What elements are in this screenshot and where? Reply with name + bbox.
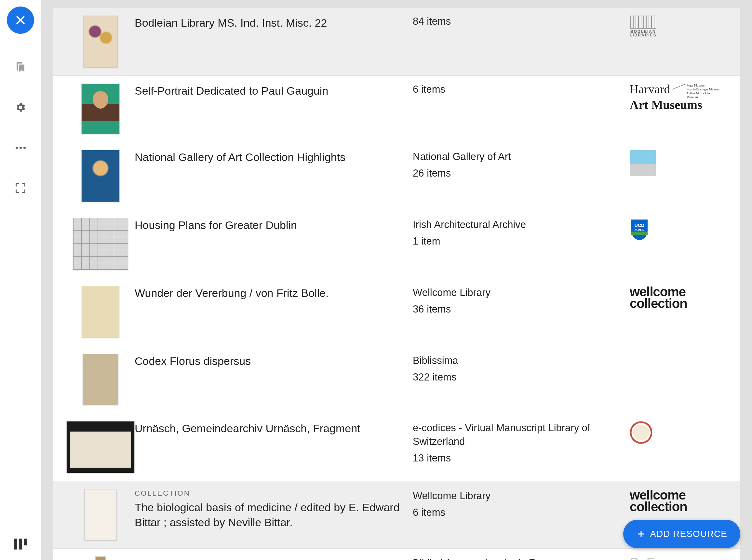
main-content: Bodleian Library MS. Ind. Inst. Misc. 22… <box>42 0 752 560</box>
institution-logo: HarvardFogg MuseumBusch-Reisinger Museum… <box>630 84 721 110</box>
resource-count: 26 items <box>413 167 617 179</box>
resource-row[interactable]: Housing Plans for Greater Dublin Irish A… <box>53 210 740 278</box>
close-icon <box>14 14 27 27</box>
thumb-container <box>66 354 135 405</box>
meta-column: 6 items <box>413 84 630 95</box>
resource-source: National Gallery of Art <box>413 150 617 164</box>
svg-text:UCD: UCD <box>635 223 644 228</box>
meta-column: 84 items <box>413 16 630 27</box>
resource-thumbnail <box>81 84 120 134</box>
resource-thumbnail <box>66 421 135 473</box>
thumb-container <box>66 489 135 540</box>
resource-count: 1 item <box>413 236 617 247</box>
resource-count: 6 items <box>413 507 617 518</box>
resource-row[interactable]: Self-Portrait Dedicated to Paul Gauguin … <box>53 76 740 142</box>
title-column: Housing Plans for Greater Dublin <box>135 218 413 233</box>
resource-count: 36 items <box>413 303 617 315</box>
thumb-container <box>66 84 135 134</box>
meta-column: National Gallery of Art 26 items <box>413 150 630 179</box>
resource-title: The biological basis of medicine / edite… <box>135 500 400 530</box>
logo-column: BnF <box>630 556 727 560</box>
title-column: Codex Florus dispersus <box>135 354 413 369</box>
thumb-container <box>66 556 135 560</box>
more-horizontal-icon <box>16 147 26 149</box>
thumb-container <box>66 421 135 473</box>
logo-column: HarvardFogg MuseumBusch-Reisinger Museum… <box>630 84 727 110</box>
sidebar <box>0 0 42 560</box>
institution-logo <box>630 421 652 445</box>
svg-rect-4 <box>24 539 27 545</box>
institution-logo: UCDDUBLIN <box>630 218 649 242</box>
bookmarks-button[interactable] <box>13 60 28 74</box>
resource-source: Bibliothèque nationale de France <box>413 556 617 560</box>
resource-thumbnail <box>81 150 120 202</box>
title-column: Bodleian Library MS. Ind. Inst. Misc. 22 <box>135 16 413 31</box>
resource-row[interactable]: Wunder der Vererbung / von Fritz Bolle. … <box>53 278 740 346</box>
resource-row[interactable]: BnF. Département des manuscrits. Japonai… <box>53 548 740 560</box>
institution-logo: wellcomecollection <box>630 286 687 309</box>
thumb-container <box>66 150 135 202</box>
svg-rect-6 <box>631 232 648 235</box>
meta-column: Bibliothèque nationale de France 18 item… <box>413 556 630 560</box>
resource-row[interactable]: Codex Florus dispersus Biblissima 322 it… <box>53 346 740 413</box>
svg-rect-3 <box>19 539 22 549</box>
resource-thumbnail <box>83 16 118 68</box>
institution-logo: BnF <box>630 556 655 560</box>
resource-source: Irish Architectural Archive <box>413 218 617 232</box>
resource-count: 6 items <box>413 84 617 95</box>
logo-column: UCDDUBLIN <box>630 218 727 242</box>
bookmarks-icon <box>15 61 26 73</box>
thumb-container <box>66 218 135 270</box>
resource-thumbnail <box>84 489 117 540</box>
resource-source: Wellcome Library <box>413 286 617 300</box>
resource-row[interactable]: National Gallery of Art Collection Highl… <box>53 142 740 210</box>
resource-count: 322 items <box>413 372 617 383</box>
svg-text:DUBLIN: DUBLIN <box>635 228 644 232</box>
resource-row[interactable]: Urnäsch, Gemeindearchiv Urnäsch, Fragmen… <box>53 413 740 481</box>
app-logo <box>12 536 28 552</box>
thumb-container <box>66 16 135 68</box>
logo-column: wellcomecollection <box>630 489 727 513</box>
settings-button[interactable] <box>13 100 28 115</box>
resource-title: National Gallery of Art Collection Highl… <box>135 150 400 165</box>
plus-icon <box>636 529 646 539</box>
logo-column: BODLEIANLIBRARIES <box>630 16 727 37</box>
logo-column <box>630 150 727 176</box>
meta-column: Wellcome Library 36 items <box>413 286 630 315</box>
close-button[interactable] <box>7 6 34 34</box>
logo-column: wellcomecollection <box>630 286 727 309</box>
collection-tag: COLLECTION <box>135 489 400 498</box>
resource-thumbnail <box>82 286 119 338</box>
fullscreen-icon <box>15 182 26 194</box>
meta-column: Wellcome Library 6 items <box>413 489 630 518</box>
resource-title: Wunder der Vererbung / von Fritz Bolle. <box>135 286 400 301</box>
add-resource-button[interactable]: ADD RESOURCE <box>623 520 740 548</box>
gear-icon <box>15 101 26 113</box>
svg-point-10 <box>633 425 649 440</box>
resource-title: Urnäsch, Gemeindearchiv Urnäsch, Fragmen… <box>135 421 400 436</box>
fullscreen-button[interactable] <box>13 181 28 195</box>
resource-thumbnail <box>95 556 106 560</box>
institution-logo: wellcomecollection <box>630 489 687 513</box>
resource-source: Wellcome Library <box>413 489 617 503</box>
meta-column: e-codices - Virtual Manuscript Library o… <box>413 421 630 464</box>
resource-title: Self-Portrait Dedicated to Paul Gauguin <box>135 84 400 99</box>
resource-source: e-codices - Virtual Manuscript Library o… <box>413 421 617 448</box>
title-column: National Gallery of Art Collection Highl… <box>135 150 413 165</box>
logo-column <box>630 421 727 445</box>
thumb-container <box>66 286 135 338</box>
add-resource-label: ADD RESOURCE <box>650 529 727 539</box>
resource-title: Bodleian Library MS. Ind. Inst. Misc. 22 <box>135 16 400 31</box>
svg-line-5 <box>672 84 684 89</box>
title-column: Urnäsch, Gemeindearchiv Urnäsch, Fragmen… <box>135 421 413 436</box>
resource-thumbnail <box>73 218 128 270</box>
resource-count: 13 items <box>413 452 617 464</box>
resource-source: Biblissima <box>413 354 617 367</box>
resource-thumbnail <box>83 354 118 405</box>
more-button[interactable] <box>13 140 28 155</box>
resource-list: Bodleian Library MS. Ind. Inst. Misc. 22… <box>53 8 740 560</box>
title-column: Wunder der Vererbung / von Fritz Bolle. <box>135 286 413 301</box>
title-column: BnF. Département des manuscrits. Japonai… <box>135 556 413 560</box>
resource-row[interactable]: Bodleian Library MS. Ind. Inst. Misc. 22… <box>53 8 740 76</box>
meta-column: Irish Architectural Archive 1 item <box>413 218 630 247</box>
